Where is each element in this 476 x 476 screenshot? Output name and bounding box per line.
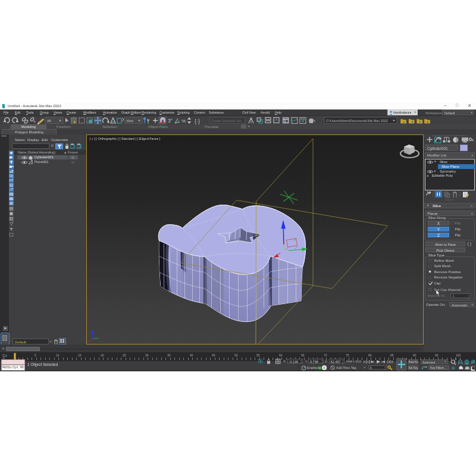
svg-text:45: 45 — [212, 353, 215, 357]
svg-text:View: View — [126, 118, 133, 122]
svg-text:[ + ] [ Orthographic ] [ Stand: [ + ] [ Orthographic ] [ Standard ] [ Ed… — [89, 137, 160, 140]
svg-text:{·}: {·} — [195, 118, 200, 124]
svg-text:%: % — [181, 118, 186, 124]
svg-text:95: 95 — [435, 353, 439, 357]
svg-text:80: 80 — [368, 353, 372, 357]
svg-text:85: 85 — [390, 353, 394, 357]
svg-text:35: 35 — [167, 353, 171, 357]
svg-text:20: 20 — [101, 353, 104, 357]
svg-text:60: 60 — [279, 353, 283, 357]
svg-text:40: 40 — [190, 353, 193, 357]
svg-text:100: 100 — [456, 353, 461, 357]
svg-text:55: 55 — [256, 353, 260, 357]
svg-text:C:\Users\Admin\Documents\3ds M: C:\Users\Admin\Documents\3ds Max 2022 — [326, 118, 388, 122]
svg-text:15: 15 — [78, 353, 82, 357]
svg-text:90: 90 — [413, 353, 416, 357]
svg-text:65: 65 — [301, 353, 305, 357]
svg-text:5: 5 — [35, 353, 36, 357]
svg-text:o: o — [171, 118, 173, 121]
svg-text:50: 50 — [234, 353, 238, 357]
svg-text:25: 25 — [123, 353, 126, 357]
svg-text:All: All — [47, 118, 51, 122]
svg-text:70: 70 — [324, 353, 327, 357]
svg-text:30: 30 — [145, 353, 149, 357]
svg-text:Create Selection Set: Create Selection Set — [211, 118, 242, 122]
svg-text:10: 10 — [56, 353, 60, 357]
svg-text:75: 75 — [346, 353, 349, 357]
